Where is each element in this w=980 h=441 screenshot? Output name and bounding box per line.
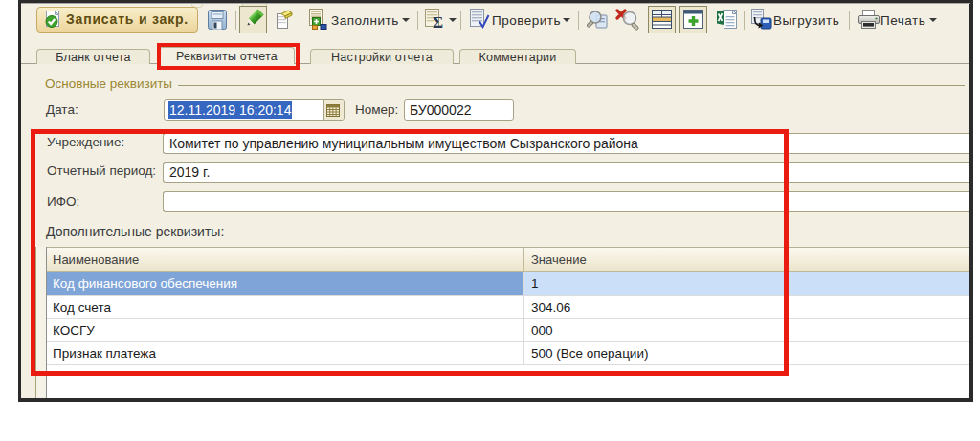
svg-text:Σ: Σ	[433, 13, 443, 30]
